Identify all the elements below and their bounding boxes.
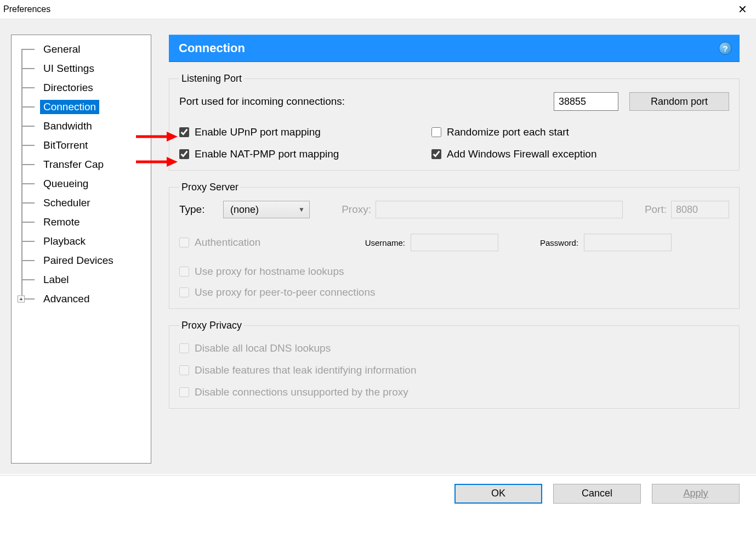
checkbox-input — [179, 365, 189, 375]
tree-label: Bandwidth — [40, 119, 95, 133]
checkbox-label: Authentication — [195, 236, 260, 249]
checkbox-label: Use proxy for peer-to-peer connections — [195, 286, 376, 298]
ok-button[interactable]: OK — [454, 484, 542, 504]
close-icon[interactable]: ✕ — [735, 3, 751, 16]
port-input[interactable] — [554, 92, 618, 111]
proxy-type-label: Type: — [179, 204, 219, 216]
checkbox-input — [179, 287, 189, 297]
listening-legend: Listening Port — [179, 73, 244, 84]
username-label: Username: — [333, 238, 405, 247]
checkbox-input — [179, 343, 189, 353]
dropdown-value: (none) — [230, 204, 259, 216]
tree-item-transfer-cap[interactable]: Transfer Cap — [12, 155, 151, 174]
disable-unsupported-checkbox: Disable connections unsupported by the p… — [179, 386, 729, 398]
checkbox-label: Disable all local DNS lookups — [195, 342, 331, 354]
tree-label: Directories — [40, 81, 96, 95]
window-title: Preferences — [3, 4, 50, 14]
tree-item-general[interactable]: General — [12, 39, 151, 59]
tree-item-ui-settings[interactable]: UI Settings — [12, 59, 151, 78]
firewall-checkbox[interactable]: Add Windows Firewall exception — [431, 148, 729, 160]
checkbox-label: Enable NAT-PMP port mapping — [195, 148, 339, 160]
checkbox-input — [179, 238, 189, 247]
tree-item-directories[interactable]: Directories — [12, 78, 151, 97]
proxy-server-group: Proxy Server Type: (none) ▼ Proxy: Port:… — [169, 182, 740, 309]
cancel-button[interactable]: Cancel — [553, 484, 641, 504]
upnp-checkbox[interactable]: Enable UPnP port mapping — [179, 126, 431, 138]
checkbox-label: Add Windows Firewall exception — [447, 148, 597, 160]
tree-label: Scheduler — [40, 196, 94, 210]
password-input — [584, 234, 672, 251]
panel-header: Connection ? — [169, 35, 740, 62]
checkbox-input — [179, 387, 189, 397]
disable-dns-checkbox: Disable all local DNS lookups — [179, 342, 729, 354]
tree-item-advanced[interactable]: + Advanced — [12, 289, 151, 308]
proxy-port-input — [671, 201, 729, 218]
tree-label: BitTorrent — [40, 138, 91, 153]
disable-leak-checkbox: Disable features that leak identifying i… — [179, 364, 729, 376]
port-label: Port used for incoming connections: — [179, 95, 554, 108]
tree-label: Remote — [40, 215, 83, 229]
listening-port-group: Listening Port Port used for incoming co… — [169, 73, 740, 171]
random-port-button[interactable]: Random port — [629, 92, 729, 111]
checkbox-input — [179, 267, 189, 276]
auth-checkbox: Authentication — [179, 236, 327, 249]
checkbox-input[interactable] — [431, 149, 441, 159]
proxy-host-label: Proxy: — [326, 204, 371, 216]
tree-item-playback[interactable]: Playback — [12, 231, 151, 251]
expand-icon[interactable]: + — [18, 295, 25, 302]
tree-item-queueing[interactable]: Queueing — [12, 174, 151, 193]
privacy-legend: Proxy Privacy — [179, 320, 244, 331]
natpmp-checkbox[interactable]: Enable NAT-PMP port mapping — [179, 148, 431, 160]
tree-item-bittorrent[interactable]: BitTorrent — [12, 135, 151, 155]
proxy-legend: Proxy Server — [179, 182, 241, 193]
checkbox-input[interactable] — [179, 127, 189, 137]
password-label: Password: — [504, 238, 578, 247]
tree-label: Transfer Cap — [40, 157, 107, 172]
tree-item-scheduler[interactable]: Scheduler — [12, 193, 151, 212]
tree-item-paired-devices[interactable]: Paired Devices — [12, 251, 151, 270]
randomize-checkbox[interactable]: Randomize port each start — [431, 126, 729, 138]
checkbox-input[interactable] — [179, 149, 189, 159]
tree-label: Playback — [40, 234, 89, 249]
tree-label: Paired Devices — [40, 253, 117, 268]
checkbox-label: Disable features that leak identifying i… — [195, 364, 417, 376]
tree-item-connection[interactable]: Connection — [12, 97, 151, 116]
proxy-port-label: Port: — [627, 204, 667, 216]
tree-label: General — [40, 42, 84, 57]
proxy-p2p-checkbox: Use proxy for peer-to-peer connections — [179, 286, 729, 298]
checkbox-input[interactable] — [431, 127, 441, 137]
proxy-privacy-group: Proxy Privacy Disable all local DNS look… — [169, 320, 740, 409]
tree-label: UI Settings — [40, 61, 98, 76]
tree-item-remote[interactable]: Remote — [12, 212, 151, 231]
tree-label: Advanced — [40, 292, 93, 306]
tree-item-bandwidth[interactable]: Bandwidth — [12, 116, 151, 135]
tree-label: Queueing — [40, 177, 92, 191]
category-tree: General UI Settings Directories Connecti… — [11, 35, 151, 464]
proxy-hostname-checkbox: Use proxy for hostname lookups — [179, 266, 729, 278]
panel-title: Connection — [179, 41, 245, 55]
proxy-host-input — [376, 201, 623, 218]
chevron-down-icon: ▼ — [298, 206, 305, 213]
proxy-type-dropdown[interactable]: (none) ▼ — [223, 201, 310, 218]
tree-label: Label — [40, 273, 72, 287]
username-input — [411, 234, 498, 251]
tree-item-label[interactable]: Label — [12, 270, 151, 289]
tree-label: Connection — [40, 100, 99, 114]
checkbox-label: Randomize port each start — [447, 126, 569, 138]
checkbox-label: Enable UPnP port mapping — [195, 126, 321, 138]
checkbox-label: Disable connections unsupported by the p… — [195, 386, 408, 398]
apply-button[interactable]: Apply — [652, 484, 740, 504]
help-icon[interactable]: ? — [719, 42, 732, 55]
checkbox-label: Use proxy for hostname lookups — [195, 266, 344, 278]
